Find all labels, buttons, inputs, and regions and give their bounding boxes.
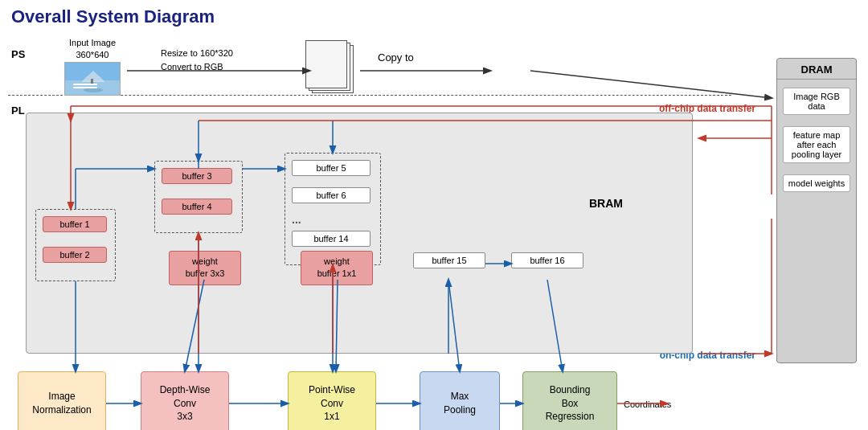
weight-buffer-1x1: weight buffer 1x1: [301, 251, 373, 285]
buffer-16: buffer 16: [511, 252, 583, 268]
input-image-thumbnail: [64, 62, 121, 96]
bbox-regression-box: Bounding Box Regression: [522, 371, 617, 430]
coordinates-label: Coordinates: [624, 399, 671, 409]
buffer-14: buffer 14: [292, 231, 371, 247]
input-image-group: Input Image 360*640: [64, 37, 121, 96]
dram-box: DRAM Image RGB data feature map after ea…: [776, 58, 857, 363]
page-rect-front: [305, 40, 347, 88]
dram-section-weights: model weights: [783, 174, 850, 192]
ps-label: PS: [11, 48, 25, 60]
buffer-dots: ...: [292, 213, 301, 226]
buffer-2: buffer 2: [43, 247, 107, 263]
bram-label: BRAM: [589, 197, 623, 210]
page-title: Overall System Diagram: [0, 0, 868, 31]
dram-section-featuremap: feature map after each pooling layer: [783, 126, 850, 163]
pointwise-conv-box: Point-Wise Conv 1x1: [288, 371, 376, 430]
buffer-6: buffer 6: [292, 187, 371, 203]
buffer-15: buffer 15: [413, 252, 485, 268]
dram-title: DRAM: [777, 59, 856, 80]
pl-label: PL: [11, 104, 25, 117]
buffer-3: buffer 3: [162, 168, 232, 184]
dram-section-rgb: Image RGB data: [783, 88, 850, 115]
diagram-container: PS PL off-chip data transfer on-chip dat…: [0, 34, 868, 430]
buffer-group-5-14: buffer 5 buffer 6 ... buffer 14: [285, 153, 381, 265]
buffer-4: buffer 4: [162, 199, 232, 215]
resize-label: Resize to 160*320 Convert to RGB: [161, 47, 233, 73]
svg-line-7: [530, 71, 772, 98]
copy-label: Copy to: [378, 51, 414, 63]
weight-buffer-3x3: weight buffer 3x3: [169, 251, 241, 285]
svg-rect-3: [91, 79, 93, 85]
buffer-group-1-2: buffer 1 buffer 2: [35, 209, 116, 281]
depthwise-conv-box: Depth-Wise Conv 3x3: [141, 371, 229, 430]
buffer-group-3-4: buffer 3 buffer 4: [154, 161, 243, 233]
buffer-5: buffer 5: [292, 160, 371, 176]
svg-point-4: [84, 88, 103, 92]
input-image-label: Input Image 360*640: [64, 37, 121, 62]
max-pooling-box: Max Pooling: [420, 371, 500, 430]
image-normalization-box: Image Normalization: [18, 371, 106, 430]
buffer-1: buffer 1: [43, 216, 107, 232]
